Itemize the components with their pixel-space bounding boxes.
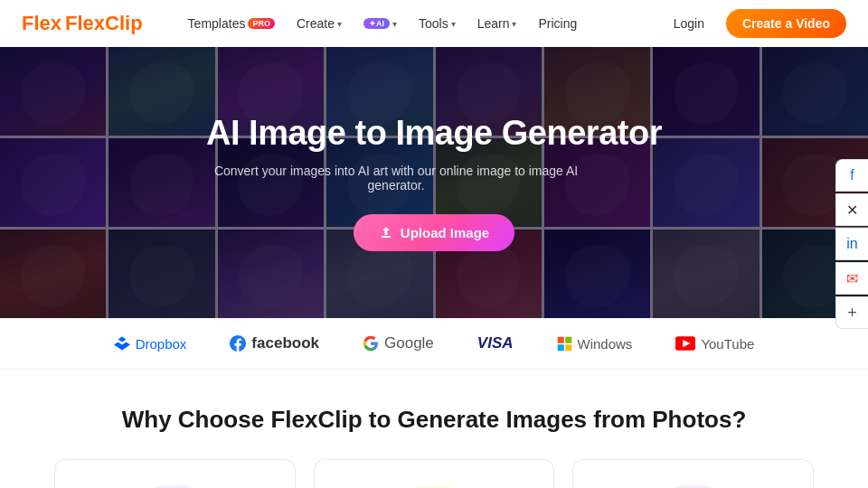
more-share-button[interactable]: + (835, 296, 868, 329)
brand-visa: VISA (477, 334, 514, 352)
brand-dropbox: Dropbox (114, 335, 187, 352)
nav-create[interactable]: Create ▾ (288, 11, 351, 36)
brand-facebook: facebook (230, 334, 319, 352)
feature-high-quality: High-Quality Results The advanced AI mod… (314, 459, 555, 488)
nav-templates[interactable]: Templates PRO (179, 11, 284, 36)
svg-rect-2 (557, 344, 563, 351)
nav-pricing[interactable]: Pricing (529, 11, 586, 36)
nav-right: Login Create a Video (663, 9, 846, 38)
logo[interactable]: FlexFlexClip (22, 12, 143, 35)
upload-icon (379, 226, 393, 240)
hero-subtitle: Convert your images into AI art with our… (206, 164, 586, 192)
chevron-icon: ▾ (392, 19, 397, 29)
svg-rect-3 (565, 344, 571, 351)
youtube-icon (675, 336, 695, 351)
hero-content: AI Image to Image Generator Convert your… (188, 114, 680, 252)
hero-section: AI Image to Image Generator Convert your… (0, 47, 868, 318)
feature-keep-updated: Keep Updated Our image-to-image generato… (54, 459, 296, 488)
facebook-share-button[interactable]: f (835, 159, 868, 192)
google-icon (363, 335, 379, 352)
svg-rect-1 (565, 336, 571, 343)
chevron-icon: ▾ (451, 19, 456, 29)
feature-rich-ai: AI Rich AI Features We provide many AI t… (572, 459, 814, 488)
hero-title: AI Image to Image Generator (206, 114, 662, 154)
why-title: Why Choose FlexClip to Generate Images f… (54, 406, 814, 434)
create-video-button[interactable]: Create a Video (726, 9, 846, 38)
brand-google: Google (363, 334, 434, 352)
login-button[interactable]: Login (663, 11, 715, 36)
twitter-share-button[interactable]: ✕ (835, 193, 868, 226)
brand-windows: Windows (557, 336, 633, 352)
dropbox-icon (114, 335, 130, 352)
svg-rect-0 (557, 336, 563, 343)
nav-links: Templates PRO Create ▾ ✦AI ▾ Tools ▾ Lea… (179, 11, 663, 36)
chevron-icon: ▾ (337, 19, 342, 29)
features-grid: Keep Updated Our image-to-image generato… (54, 459, 814, 488)
nav-tools[interactable]: Tools ▾ (410, 11, 465, 36)
chevron-icon: ▾ (512, 19, 516, 29)
windows-icon (557, 336, 572, 352)
social-proof-bar: Dropbox facebook Google VISA Windows You… (0, 318, 868, 370)
why-section: Why Choose FlexClip to Generate Images f… (0, 370, 868, 488)
nav-learn[interactable]: Learn ▾ (468, 11, 526, 36)
linkedin-share-button[interactable]: in (835, 228, 868, 260)
nav-ai[interactable]: ✦AI ▾ (354, 13, 406, 34)
brand-youtube: YouTube (675, 336, 754, 352)
email-share-button[interactable]: ✉ (835, 262, 868, 295)
facebook-icon (230, 335, 246, 352)
social-sidebar: f ✕ in ✉ + (835, 159, 868, 329)
navbar: FlexFlexClip Templates PRO Create ▾ ✦AI … (0, 0, 868, 47)
upload-image-button[interactable]: Upload Image (354, 214, 514, 251)
